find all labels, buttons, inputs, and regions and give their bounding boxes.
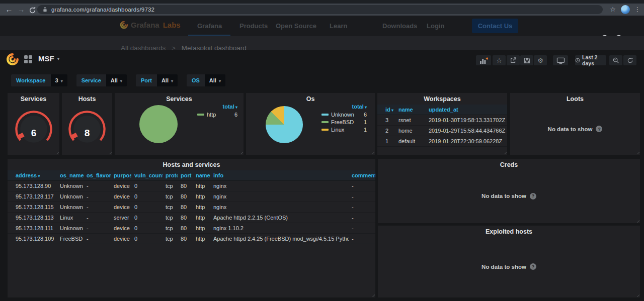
column-header-address[interactable]: address ▾ <box>8 170 57 181</box>
page-background: All dashboards > Metasploit dashboard <box>0 36 644 50</box>
nav-item-open-source[interactable]: Open Source <box>276 16 316 36</box>
settings-gear-icon[interactable]: ⚙ <box>534 55 547 65</box>
column-header-port[interactable]: port <box>178 170 193 181</box>
nav-item-downloads[interactable]: Downloads <box>382 16 417 36</box>
table-cell: nginx 1.10.2 <box>210 223 349 234</box>
gauge-chart: 8 <box>63 103 111 153</box>
panel-services-gauge: Services 6 <box>8 93 59 155</box>
table-cell: 80 <box>178 181 193 191</box>
add-panel-button[interactable]: + <box>476 55 491 65</box>
column-header-proto[interactable]: proto <box>163 170 178 181</box>
legend-sort-header[interactable]: total ▾ <box>197 104 237 110</box>
dashboard-grid-icon[interactable] <box>24 55 32 63</box>
dashboard-title-dropdown[interactable]: MSF ▾ <box>38 54 59 63</box>
gauge-value: 6 <box>31 128 36 138</box>
table-cell: tcp <box>163 223 178 234</box>
table-row: 95.173.128.109FreeBSD-device0tcp80httpAp… <box>8 234 375 244</box>
table-cell: http <box>193 223 210 234</box>
table-header-row: address ▾os_nameos_flavorpurposevuln_cou… <box>8 170 375 181</box>
panel-title[interactable]: Loots <box>510 93 640 103</box>
star-dashboard-button[interactable]: ☆ <box>493 55 506 65</box>
table-cell: tcp <box>163 213 178 223</box>
table-cell: - <box>349 234 375 244</box>
filter-value-dropdown[interactable]: All▾ <box>205 74 225 86</box>
table-cell: http <box>193 234 210 244</box>
filter-label: OS <box>187 74 205 86</box>
contact-us-button[interactable]: Contact Us <box>472 19 518 33</box>
bookmark-star-icon[interactable]: ☆ <box>608 4 618 16</box>
column-header-vuln_count[interactable]: vuln_count <box>131 170 163 181</box>
forward-icon[interactable]: → <box>16 4 26 16</box>
column-header-purpose[interactable]: purpose <box>111 170 131 181</box>
panel-title[interactable]: Hosts and services <box>8 159 375 169</box>
zoom-out-time-button[interactable] <box>609 55 622 65</box>
panel-title[interactable]: Creds <box>378 159 640 169</box>
help-icon[interactable]: ? <box>596 126 602 132</box>
table-cell: 80 <box>178 191 193 202</box>
column-header-updated_at[interactable]: updated_at <box>426 105 507 115</box>
brand-name: Grafana <box>131 21 159 29</box>
table-cell: - <box>349 202 375 213</box>
legend-series-name[interactable]: FreeBSD <box>331 119 361 125</box>
refresh-dashboard-button[interactable] <box>623 55 636 65</box>
filter-value-dropdown[interactable]: All▾ <box>106 74 127 86</box>
table-header-row: id ▾nameupdated_at <box>377 105 507 115</box>
panel-title[interactable]: Os <box>246 93 375 103</box>
filter-value-dropdown[interactable]: All▾ <box>157 74 178 86</box>
gauge-value: 8 <box>85 128 90 138</box>
panel-title[interactable]: Services <box>115 93 244 103</box>
help-icon[interactable]: ? <box>530 193 536 199</box>
active-nav-underline <box>188 35 230 36</box>
nav-item-products[interactable]: Products <box>239 16 268 36</box>
nav-item-login[interactable]: Login <box>427 16 444 36</box>
panel-title[interactable]: Workspaces <box>377 93 507 103</box>
tv-cycle-view-button[interactable] <box>553 55 568 65</box>
back-icon[interactable]: ← <box>4 4 14 16</box>
pie-legend: total ▾Unknown6FreeBSD1Linux1 <box>321 104 367 134</box>
panel-title[interactable]: Exploited hosts <box>378 226 640 236</box>
site-logo[interactable]: GrafanaLabs <box>120 21 181 29</box>
profile-avatar[interactable] <box>621 5 630 14</box>
legend-sort-header[interactable]: total ▾ <box>321 104 367 110</box>
share-dashboard-button[interactable] <box>507 55 520 65</box>
table-row: 3rsnet2019-01-30T19:58:13.331702Z <box>377 115 507 126</box>
reload-icon[interactable] <box>27 6 37 14</box>
filter-row: Workspace3▾ServiceAll▾PortAll▾OSAll▾ <box>11 74 225 86</box>
panel-title[interactable]: Hosts <box>62 93 112 103</box>
legend-series-name[interactable]: http <box>207 112 232 118</box>
table-cell: - <box>84 191 111 202</box>
browser-menu-icon[interactable]: ⋮ <box>632 4 642 16</box>
table-cell: - <box>349 213 375 223</box>
legend-series-name[interactable]: Linux <box>331 127 361 133</box>
save-dashboard-button[interactable] <box>520 55 533 65</box>
column-header-comments[interactable]: comments <box>349 170 375 181</box>
table-cell: 80 <box>178 213 193 223</box>
url-bar[interactable]: grafana.com/grafana/dashboards/9732 <box>37 5 603 14</box>
sort-caret-icon: ▾ <box>37 174 40 178</box>
site-header: GrafanaLabs GrafanaProductsOpen SourceLe… <box>0 16 644 36</box>
column-header-name[interactable]: name <box>395 105 426 115</box>
nav-item-learn[interactable]: Learn <box>330 16 347 36</box>
column-header-name[interactable]: name <box>193 170 210 181</box>
panel-title[interactable]: Services <box>8 93 59 103</box>
table-cell: tcp <box>163 234 178 244</box>
legend-series-name[interactable]: Unknown <box>331 112 361 118</box>
table-cell: 2019-01-28T22:30:59.06228Z <box>426 136 507 147</box>
filter-value-dropdown[interactable]: 3▾ <box>51 74 67 86</box>
breadcrumb-parent-link[interactable]: All dashboards <box>121 44 166 50</box>
column-header-os_flavor[interactable]: os_flavor <box>84 170 111 181</box>
table-cell: Apache httpd 2.2.15 (CentOS) <box>210 213 349 223</box>
url-text: grafana.com/grafana/dashboards/9732 <box>51 7 154 13</box>
table-cell: Unknown <box>57 181 84 191</box>
nav-item-grafana[interactable]: Grafana <box>197 16 222 36</box>
time-range-picker[interactable]: Last 2 days <box>575 55 606 65</box>
breadcrumb: All dashboards > Metasploit dashboard <box>121 44 247 50</box>
table-cell: nginx <box>210 181 349 191</box>
table-cell: 0 <box>131 191 163 202</box>
column-header-id[interactable]: id ▾ <box>377 105 395 115</box>
table-cell: 95.173.128.115 <box>8 202 57 213</box>
column-header-os_name[interactable]: os_name <box>57 170 84 181</box>
table-cell: 95.173.128.90 <box>8 181 57 191</box>
help-icon[interactable]: ? <box>530 263 536 270</box>
column-header-info[interactable]: info <box>210 170 349 181</box>
